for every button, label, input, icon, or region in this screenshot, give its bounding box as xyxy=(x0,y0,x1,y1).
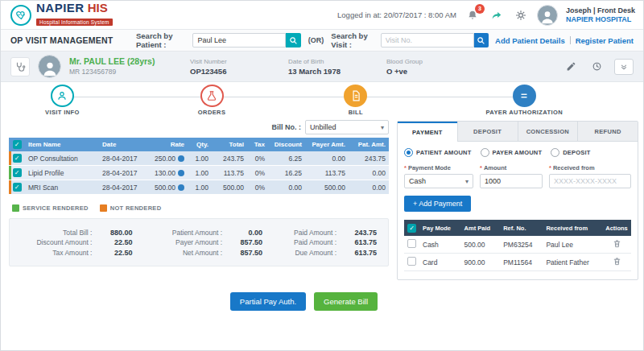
add-payment-button[interactable]: + Add Payment xyxy=(404,196,471,212)
op-visit-management-screen: NAPIERHIS Hospital Information System Lo… xyxy=(0,0,644,351)
total-cell: 243.75 xyxy=(212,151,247,166)
partial-pay-auth-button[interactable]: Partial Pay Auth. xyxy=(230,292,306,311)
visit-step-navigation: VISIT INFO ORDERS BILL PAYER AUTHORIZATI… xyxy=(1,82,643,116)
payment-row-checkbox[interactable] xyxy=(407,257,416,266)
required-asterisk: * xyxy=(549,164,551,171)
discount-cell: 6.25 xyxy=(268,151,305,166)
bill-no-select[interactable]: Unbilled ▾ xyxy=(305,120,389,134)
payer-authorization-icon xyxy=(513,85,536,107)
row-checkbox[interactable]: ✓ xyxy=(13,154,22,163)
step-visit-info[interactable]: VISIT INFO xyxy=(45,85,80,116)
col-payer-amt: Payer Amt. xyxy=(305,138,349,151)
step-orders[interactable]: ORDERS xyxy=(198,85,226,116)
visit-number-label: Visit Number xyxy=(190,57,280,67)
select-all-checkbox[interactable]: ✓ xyxy=(13,140,22,149)
rate-info-icon[interactable] xyxy=(178,170,184,176)
heart-pulse-icon xyxy=(10,5,31,26)
col-amt-paid: Amt Paid xyxy=(461,220,501,236)
summary-row: Total Bill :880.00 xyxy=(21,229,132,237)
edit-pencil-icon[interactable] xyxy=(563,59,579,75)
search-visit-input[interactable] xyxy=(381,33,474,47)
delete-trash-icon[interactable] xyxy=(613,239,621,248)
summary-col-2: Patient Amount :0.00 Payer Amount :857.5… xyxy=(140,226,262,258)
col-received-from: Received from xyxy=(543,220,602,236)
brand-name: NAPIER xyxy=(36,1,85,14)
bill-section: Bill No. : Unbilled ▾ ✓ Item Name Date R… xyxy=(9,119,389,311)
user-avatar[interactable] xyxy=(537,5,558,26)
summary-row: Patient Amount :0.00 xyxy=(140,229,262,237)
col-discount: Discount xyxy=(268,138,305,151)
payment-row: Cash 500.00 PM63254 Paul Lee xyxy=(404,236,631,254)
pat-amt-cell: 243.75 xyxy=(349,151,389,166)
visit-info-icon xyxy=(51,85,74,107)
rate-info-icon[interactable] xyxy=(178,155,184,162)
summary-row: Net Amount :857.50 xyxy=(140,249,262,257)
row-checkbox[interactable]: ✓ xyxy=(13,183,22,192)
patient-avatar xyxy=(38,55,61,78)
select-all-payments-checkbox[interactable]: ✓ xyxy=(407,224,416,233)
legend-rendered: SERVICE RENDERED xyxy=(12,204,89,212)
payer-amt-cell: 0.00 xyxy=(305,151,349,166)
col-total: Total xyxy=(212,138,247,151)
add-patient-details-link[interactable]: Add Patient Details xyxy=(495,36,565,45)
payment-tabs: PAYMENT DEPOSIT CONCESSION REFUND xyxy=(398,122,638,142)
payment-row-checkbox[interactable] xyxy=(407,239,416,248)
discount-cell: 16.25 xyxy=(268,166,305,180)
item-name-cell: Lipid Profile xyxy=(25,166,99,180)
chevron-double-down-icon[interactable] xyxy=(614,59,634,75)
brand-his: HIS xyxy=(88,1,108,14)
search-patient-button[interactable] xyxy=(286,33,300,47)
radio-deposit[interactable]: DEPOSIT xyxy=(551,148,590,157)
tab-refund[interactable]: REFUND xyxy=(577,122,638,142)
register-patient-link[interactable]: Register Patient xyxy=(576,36,634,45)
step-payer-authorization[interactable]: PAYER AUTHORIZATION xyxy=(485,85,563,116)
amt-paid-cell: 500.00 xyxy=(461,236,501,254)
amount-label: Amount xyxy=(484,164,506,171)
summary-row: Tax Amount :22.50 xyxy=(21,249,132,257)
bill-receipt-icon xyxy=(344,85,367,107)
discount-cell: 0.00 xyxy=(268,180,305,195)
stethoscope-icon[interactable] xyxy=(10,57,30,76)
visit-number-value: OP123456 xyxy=(190,67,280,76)
pay-mode-cell: Card xyxy=(419,254,461,271)
or-text: (OR) xyxy=(308,36,324,44)
total-cell: 113.75 xyxy=(212,166,247,180)
share-icon[interactable] xyxy=(489,7,505,23)
caret-down-icon: ▾ xyxy=(377,124,388,131)
tab-payment[interactable]: PAYMENT xyxy=(398,122,457,142)
search-patient-input[interactable] xyxy=(192,33,286,47)
header-right: Logged in at: 20/07/2017 : 8:00 AM 3 Jos… xyxy=(337,5,635,26)
user-name-role: Joseph | Front Desk xyxy=(566,6,635,15)
payment-mode-select[interactable]: Cash ▾ xyxy=(404,174,473,188)
bill-item-row: ✓ OP Consultation 28-04-2017 250.00 1.00… xyxy=(9,151,389,166)
ref-no-cell: PM63254 xyxy=(500,236,543,254)
dob-value: 13 March 1978 xyxy=(288,67,378,76)
summary-row: Discount Amount :22.50 xyxy=(21,238,132,246)
received-from-field: *Received from xyxy=(549,164,631,188)
col-pat-amt: Pat. Amt. xyxy=(349,138,389,151)
tab-deposit[interactable]: DEPOSIT xyxy=(457,122,518,142)
not-rendered-swatch xyxy=(100,204,107,212)
radio-patient-amount[interactable]: PATIENT AMOUNT xyxy=(404,148,472,157)
bill-no-row: Bill No. : Unbilled ▾ xyxy=(9,119,389,135)
pat-amt-cell: 0.00 xyxy=(349,180,389,195)
total-cell: 500.00 xyxy=(212,180,247,195)
history-clock-icon[interactable] xyxy=(588,59,605,75)
radio-icon xyxy=(404,148,413,157)
notifications-bell-icon[interactable]: 3 xyxy=(464,7,481,23)
amount-input[interactable] xyxy=(480,174,543,188)
summary-col-1: Total Bill :880.00 Discount Amount :22.5… xyxy=(21,226,132,258)
generate-bill-button[interactable]: Generate Bill xyxy=(314,292,378,311)
gear-icon[interactable] xyxy=(513,7,529,23)
received-from-input[interactable] xyxy=(549,174,631,188)
rate-info-icon[interactable] xyxy=(178,184,184,191)
search-visit-button[interactable] xyxy=(474,33,489,47)
row-checkbox[interactable]: ✓ xyxy=(13,168,22,177)
delete-trash-icon[interactable] xyxy=(613,257,621,266)
notification-count-badge: 3 xyxy=(475,4,485,14)
patient-summary-bar: Mr. PAUL LEE (28yrs) MR 123456789 Visit … xyxy=(1,52,643,82)
tab-concession[interactable]: CONCESSION xyxy=(518,122,578,142)
summary-row: Paid Amount :613.75 xyxy=(270,238,377,246)
radio-payer-amount[interactable]: PAYER AMOUNT xyxy=(481,148,543,157)
step-bill-active[interactable]: BILL xyxy=(344,85,367,116)
